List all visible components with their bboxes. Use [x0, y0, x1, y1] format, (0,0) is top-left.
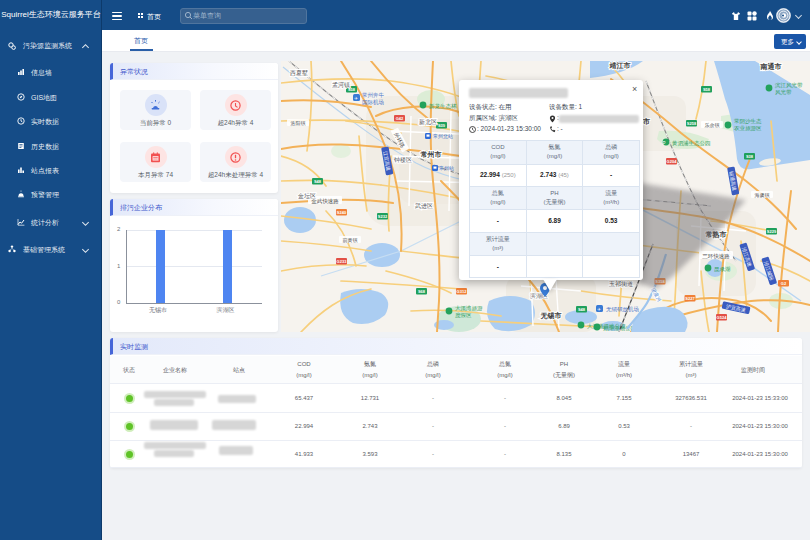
svg-text:农业旅游区: 农业旅游区	[734, 125, 762, 132]
svg-text:沪宜高速: 沪宜高速	[725, 303, 746, 314]
svg-text:S258: S258	[687, 121, 697, 126]
svg-text:武进区: 武进区	[415, 202, 433, 210]
svg-text:G312: G312	[457, 289, 468, 294]
svg-text:G233: G233	[337, 259, 348, 264]
svg-text:G2: G2	[781, 281, 787, 286]
svg-text:S38: S38	[746, 154, 754, 159]
svg-text:常州市: 常州市	[421, 150, 442, 159]
svg-text:西夏墅: 西夏墅	[290, 70, 308, 77]
svg-text:✈: ✈	[598, 307, 602, 312]
svg-text:钟楼区: 钟楼区	[393, 156, 412, 163]
svg-text:三环快速路: 三环快速路	[702, 253, 730, 259]
svg-text:S232: S232	[378, 214, 388, 219]
svg-text:无锡市: 无锡市	[540, 311, 562, 320]
svg-text:风光带: 风光带	[775, 89, 792, 96]
svg-text:前黄镇: 前黄镇	[343, 237, 358, 243]
svg-text:✈: ✈	[355, 96, 359, 101]
svg-text:新北区: 新北区	[419, 118, 437, 126]
svg-text:S48: S48	[314, 179, 322, 184]
svg-text:海虞镇: 海虞镇	[755, 192, 770, 199]
svg-text:孟河镇: 孟河镇	[332, 82, 350, 88]
svg-text:新龙生态林: 新龙生态林	[429, 103, 457, 109]
svg-text:玉祁街道: 玉祁街道	[609, 280, 633, 288]
svg-text:靖江市: 靖江市	[609, 61, 631, 70]
svg-text:S48: S48	[578, 307, 586, 312]
svg-text:洛阳镇: 洛阳镇	[291, 120, 306, 127]
svg-text:乐余镇: 乐余镇	[705, 122, 720, 129]
svg-text:S68: S68	[418, 289, 426, 294]
svg-text:常州站: 常州站	[439, 165, 454, 171]
svg-text:大溪湾旅游: 大溪湾旅游	[455, 305, 483, 312]
svg-text:常阴沙生态: 常阴沙生态	[734, 118, 762, 125]
svg-text:S227: S227	[685, 296, 695, 301]
svg-text:昆承湖: 昆承湖	[714, 266, 731, 273]
svg-text:黄泗浦生态公园: 黄泗浦生态公园	[672, 140, 711, 147]
svg-text:S58: S58	[703, 87, 711, 92]
svg-text:无锡硕放机场: 无锡硕放机场	[606, 306, 639, 313]
svg-text:S240: S240	[337, 210, 347, 215]
svg-text:南通市: 南通市	[760, 62, 782, 71]
svg-text:G524: G524	[717, 315, 728, 320]
svg-text:常州奔牛: 常州奔牛	[362, 92, 385, 98]
svg-text:G42: G42	[396, 116, 404, 121]
svg-text:滨江风光带: 滨江风光带	[775, 82, 803, 89]
svg-text:P: P	[663, 141, 666, 146]
svg-text:G204: G204	[667, 159, 678, 164]
svg-text:常州北站: 常州北站	[433, 133, 453, 140]
svg-text:金坛区: 金坛区	[297, 192, 316, 199]
svg-text:国际机场: 国际机场	[362, 99, 384, 106]
svg-text:S39: S39	[438, 123, 446, 128]
svg-text:度假区: 度假区	[455, 312, 472, 319]
svg-text:S229: S229	[767, 229, 777, 234]
